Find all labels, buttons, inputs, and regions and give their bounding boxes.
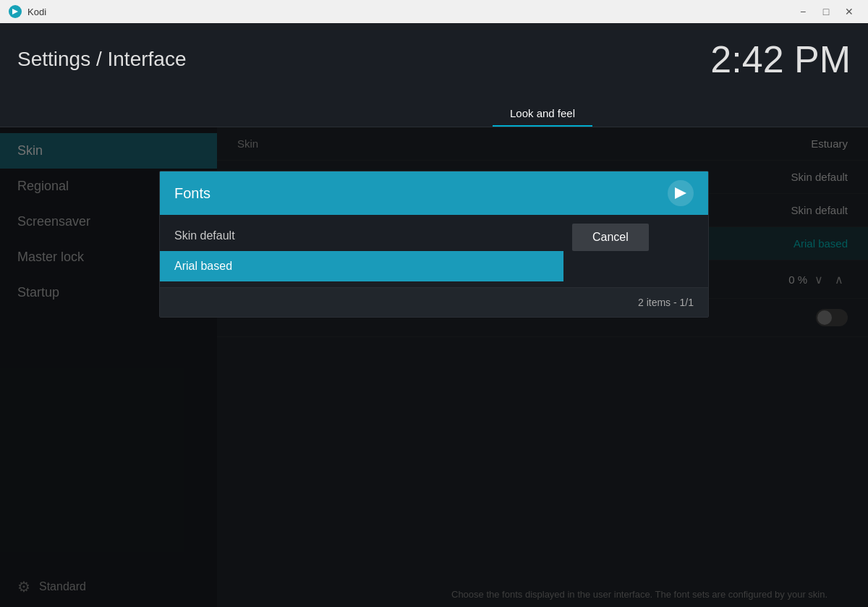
modal-overlay: Fonts Skin default xyxy=(0,127,868,607)
titlebar: Kodi − □ ✕ xyxy=(0,0,868,23)
fonts-modal: Fonts Skin default xyxy=(159,171,709,318)
titlebar-title: Kodi xyxy=(27,7,46,17)
cancel-button[interactable]: Cancel xyxy=(572,224,649,251)
clock: 2:42 PM xyxy=(710,38,851,81)
kodi-logo xyxy=(668,180,694,206)
app-header: Settings / Interface 2:42 PM xyxy=(0,23,868,95)
tab-bar: Look and feel xyxy=(0,95,868,127)
modal-list: Skin default Arial based xyxy=(160,215,563,287)
titlebar-buttons: − □ ✕ xyxy=(793,4,859,20)
titlebar-left: Kodi xyxy=(9,5,46,18)
maximize-button[interactable]: □ xyxy=(816,4,836,20)
list-item-skin-default[interactable]: Skin default xyxy=(160,221,563,251)
modal-header: Fonts xyxy=(160,171,708,215)
modal-actions: Cancel xyxy=(563,215,708,260)
page-title: Settings / Interface xyxy=(17,48,186,71)
kodi-icon xyxy=(9,5,22,18)
modal-footer: 2 items - 1/1 xyxy=(160,287,708,317)
list-item-arial-based[interactable]: Arial based xyxy=(160,251,563,281)
item-count: 2 items - 1/1 xyxy=(638,297,694,308)
minimize-button[interactable]: − xyxy=(793,4,813,20)
font-list: Skin default Arial based xyxy=(160,215,563,287)
modal-content: Skin default Arial based Cancel xyxy=(160,215,708,287)
app: Settings / Interface 2:42 PM Look and fe… xyxy=(0,23,868,607)
modal-title: Fonts xyxy=(174,185,210,202)
close-button[interactable]: ✕ xyxy=(839,4,859,20)
tab-look-and-feel[interactable]: Look and feel xyxy=(493,101,592,127)
content-area: Skin Regional Screensaver Master lock St… xyxy=(0,127,868,607)
